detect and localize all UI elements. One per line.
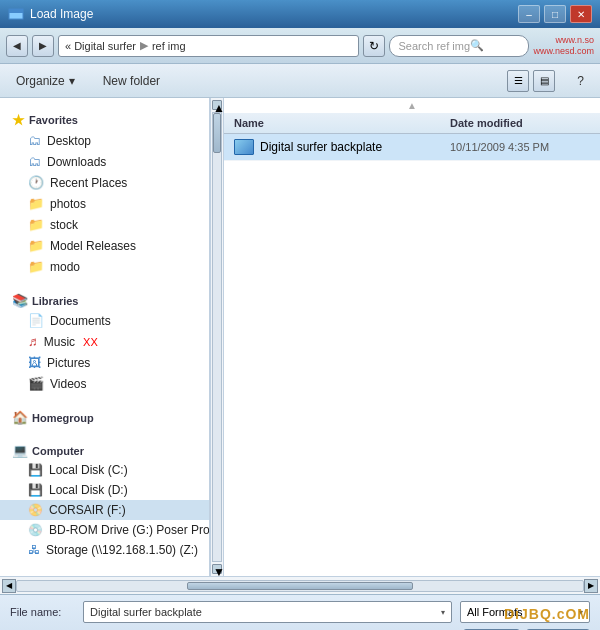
sidebar-item-local-c[interactable]: 💾 Local Disk (C:): [0, 460, 209, 480]
sidebar-item-model-releases[interactable]: 📁 Model Releases: [0, 235, 209, 256]
breadcrumb-sep: ▶: [140, 39, 148, 52]
views-button[interactable]: ☰: [507, 70, 529, 92]
filename-label: File name:: [10, 606, 75, 618]
desktop-folder-icon: 🗂: [28, 133, 41, 148]
scroll-up-hint: ▲: [224, 98, 600, 113]
libraries-icon: 📚: [12, 293, 28, 308]
file-item[interactable]: Digital surfer backplate 10/11/2009 4:35…: [224, 134, 600, 161]
title-bar-left: Load Image: [8, 6, 93, 22]
new-folder-label: New folder: [103, 74, 160, 88]
address-bar: ◀ ▶ « Digital surfer ▶ ref img ↻ Search …: [0, 28, 600, 64]
libraries-section: 📚 Libraries: [0, 287, 209, 310]
watermark-address: www.n.so www.nesd.com: [533, 35, 594, 57]
organize-label: Organize: [16, 74, 65, 88]
maximize-button[interactable]: □: [544, 5, 566, 23]
filename-value: Digital surfer backplate: [90, 606, 202, 618]
hscroll-track[interactable]: [16, 580, 584, 592]
local-d-icon: 💾: [28, 483, 43, 497]
homegroup-section: 🏠 Homegroup: [0, 404, 209, 427]
toolbar: Organize ▾ New folder ☰ ▤ ?: [0, 64, 600, 98]
computer-section: 💻 Computer: [0, 437, 209, 460]
computer-icon: 💻: [12, 443, 28, 458]
sidebar-item-stock[interactable]: 📁 stock: [0, 214, 209, 235]
music-icon: ♬: [28, 334, 38, 349]
pictures-icon: 🖼: [28, 355, 41, 370]
modo-folder-icon: 📁: [28, 259, 44, 274]
refresh-button[interactable]: ↻: [363, 35, 385, 57]
organize-button[interactable]: Organize ▾: [10, 71, 81, 91]
sidebar-item-pictures[interactable]: 🖼 Pictures: [0, 352, 209, 373]
sidebar: ★ Favorites 🗂 Desktop 🗂 Downloads 🕐 Rece…: [0, 98, 210, 576]
libraries-title: Libraries: [32, 295, 78, 307]
back-button[interactable]: ◀: [6, 35, 28, 57]
new-folder-button[interactable]: New folder: [97, 71, 166, 91]
videos-icon: 🎬: [28, 376, 44, 391]
window-icon: [8, 6, 24, 22]
computer-title: Computer: [32, 445, 84, 457]
sidebar-item-modo[interactable]: 📁 modo: [0, 256, 209, 277]
sidebar-item-desktop[interactable]: 🗂 Desktop: [0, 130, 209, 151]
filename-dropdown-arrow: ▾: [441, 608, 445, 617]
sidebar-item-music[interactable]: ♬ Music XX: [0, 331, 209, 352]
recent-folder-icon: 🕐: [28, 175, 44, 190]
file-item-date: 10/11/2009 4:35 PM: [450, 141, 590, 153]
filename-input[interactable]: Digital surfer backplate ▾: [83, 601, 452, 623]
breadcrumb-part1: « Digital surfer: [65, 40, 136, 52]
watermark-bottom: DiJBQ.cOM: [504, 606, 590, 622]
search-box[interactable]: Search ref img 🔍: [389, 35, 529, 57]
favorites-section: ★ Favorites: [0, 106, 209, 130]
sidebar-item-corsair[interactable]: 📀 CORSAIR (F:): [0, 500, 209, 520]
bdrom-icon: 💿: [28, 523, 43, 537]
search-icon: 🔍: [470, 39, 484, 52]
sidebar-item-bdrom[interactable]: 💿 BD-ROM Drive (G:) Poser Pro: [0, 520, 209, 540]
view-controls: ☰ ▤: [507, 70, 555, 92]
help-label: ?: [577, 74, 584, 88]
sidebar-item-storage[interactable]: 🖧 Storage (\\192.168.1.50) (Z:): [0, 540, 209, 560]
forward-button[interactable]: ▶: [32, 35, 54, 57]
file-list-header: Name Date modified: [224, 113, 600, 134]
documents-icon: 📄: [28, 313, 44, 328]
homegroup-icon: 🏠: [12, 410, 28, 425]
window-title: Load Image: [30, 7, 93, 21]
scroll-up-btn[interactable]: ▲: [212, 100, 222, 110]
hscroll-right-btn[interactable]: ▶: [584, 579, 598, 593]
address-path[interactable]: « Digital surfer ▶ ref img: [58, 35, 359, 57]
sidebar-item-documents[interactable]: 📄 Documents: [0, 310, 209, 331]
title-bar: Load Image – □ ✕: [0, 0, 600, 28]
close-button[interactable]: ✕: [570, 5, 592, 23]
svg-rect-1: [9, 9, 23, 13]
horizontal-scrollbar: ◀ ▶: [0, 576, 600, 594]
view-toggle-button[interactable]: ▤: [533, 70, 555, 92]
search-placeholder: Search ref img: [398, 40, 470, 52]
sidebar-item-recent[interactable]: 🕐 Recent Places: [0, 172, 209, 193]
stock-folder-icon: 📁: [28, 217, 44, 232]
file-list: ▲ Name Date modified Digital surfer back…: [224, 98, 600, 576]
main-content: ★ Favorites 🗂 Desktop 🗂 Downloads 🕐 Rece…: [0, 98, 600, 576]
organize-arrow-icon: ▾: [69, 74, 75, 88]
favorites-icon: ★: [12, 112, 25, 128]
favorites-title: Favorites: [29, 114, 78, 126]
downloads-folder-icon: 🗂: [28, 154, 41, 169]
col-date-header: Date modified: [450, 117, 590, 129]
corsair-icon: 📀: [28, 503, 43, 517]
sidebar-scrollbar[interactable]: ▲ ▼: [210, 98, 224, 576]
scroll-thumb[interactable]: [213, 113, 221, 153]
sidebar-item-local-d[interactable]: 💾 Local Disk (D:): [0, 480, 209, 500]
sidebar-item-videos[interactable]: 🎬 Videos: [0, 373, 209, 394]
hscroll-thumb[interactable]: [187, 582, 413, 590]
minimize-button[interactable]: –: [518, 5, 540, 23]
hscroll-left-btn[interactable]: ◀: [2, 579, 16, 593]
scroll-down-btn[interactable]: ▼: [212, 564, 222, 574]
file-item-name: Digital surfer backplate: [234, 139, 450, 155]
homegroup-title: Homegroup: [32, 412, 94, 424]
sidebar-item-photos[interactable]: 📁 photos: [0, 193, 209, 214]
help-button[interactable]: ?: [571, 71, 590, 91]
title-controls: – □ ✕: [518, 5, 592, 23]
col-name-header: Name: [234, 117, 450, 129]
sidebar-item-downloads[interactable]: 🗂 Downloads: [0, 151, 209, 172]
breadcrumb: « Digital surfer ▶ ref img: [65, 39, 186, 52]
scroll-track: [212, 112, 222, 562]
photos-folder-icon: 📁: [28, 196, 44, 211]
file-thumbnail: [234, 139, 254, 155]
storage-icon: 🖧: [28, 543, 40, 557]
